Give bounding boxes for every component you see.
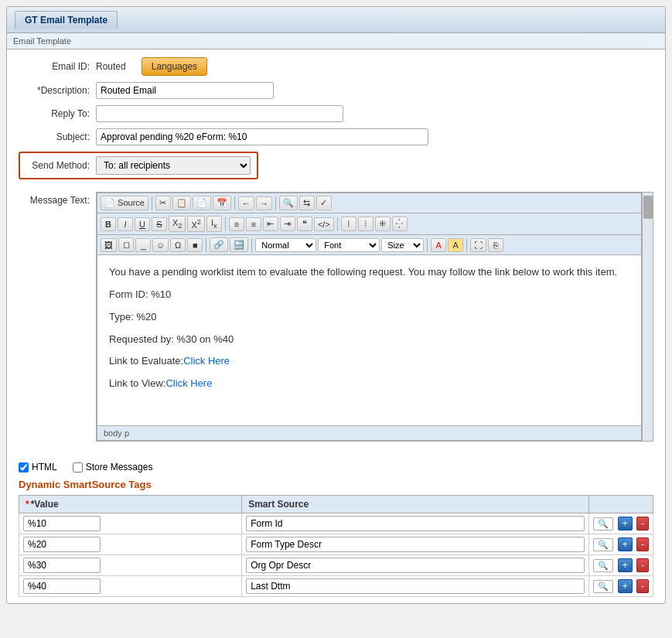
toolbar-row-1: 📄 Source ✂ 📋 📄 📅 ← → 🔍 ⇆ ✓ [97, 193, 641, 213]
search-source-btn-3[interactable]: 🔍 [593, 580, 613, 593]
link-button[interactable]: 🔗 [210, 237, 228, 252]
special-char-button[interactable]: Ω [170, 238, 186, 252]
add-row-btn-2[interactable]: + [618, 558, 633, 572]
search-source-btn-2[interactable]: 🔍 [593, 559, 613, 572]
font-color-button[interactable]: A [431, 238, 446, 252]
source-button[interactable]: 📄 Source [101, 196, 148, 210]
unlink-button[interactable]: 🔙 [230, 237, 248, 252]
subject-input[interactable] [96, 128, 428, 145]
remove-row-btn-0[interactable]: - [636, 517, 649, 531]
subject-label: Subject: [19, 131, 96, 142]
redo-btn[interactable]: → [256, 196, 272, 210]
table-row: 🔍 + - [19, 513, 653, 534]
evaluate-link[interactable]: Click Here [183, 355, 230, 367]
search-source-btn-0[interactable]: 🔍 [593, 517, 613, 531]
store-messages-label: Store Messages [86, 462, 153, 473]
header-tab-label: Email Template [13, 36, 71, 46]
store-messages-checkbox-label[interactable]: Store Messages [73, 462, 153, 473]
paste-text-btn[interactable]: 📅 [213, 196, 231, 210]
add-row-btn-1[interactable]: + [618, 537, 633, 551]
search-source-btn-1[interactable]: 🔍 [593, 538, 613, 551]
add-row-btn-3[interactable]: + [618, 579, 633, 593]
align-right-button[interactable]: ⁜ [375, 217, 391, 231]
clear-format-button[interactable]: Ix [206, 216, 222, 232]
html-checkbox-label[interactable]: HTML [19, 462, 57, 473]
source-input-0[interactable] [246, 516, 585, 531]
content-paragraph-2: Form ID: %10 [109, 287, 629, 303]
iframe-button[interactable]: ■ [187, 238, 203, 252]
align-left-button[interactable]: ⁞ [341, 217, 356, 231]
show-blocks-button[interactable]: ⎘ [488, 238, 503, 252]
paste-btn[interactable]: 📄 [193, 196, 211, 210]
description-input[interactable] [96, 82, 274, 99]
value-input-0[interactable] [23, 516, 101, 531]
remove-row-btn-3[interactable]: - [636, 579, 649, 593]
smiley-button[interactable]: ☺ [152, 238, 169, 252]
value-input-1[interactable] [23, 537, 101, 552]
email-id-value: Routed [96, 61, 126, 72]
superscript-button[interactable]: X2 [187, 216, 204, 232]
align-justify-button[interactable]: ⁛ [392, 217, 408, 231]
main-window: GT Email Template Email Template Email I… [6, 6, 666, 604]
message-text-row: Message Text: 📄 Source ✂ 📋 📄 📅 [19, 192, 653, 442]
blockquote-button[interactable]: ❝ [297, 217, 312, 231]
editor-content-area[interactable]: You have a pending worklist item to eval… [97, 255, 641, 425]
indent-button[interactable]: ⇥ [280, 217, 295, 231]
underline-button[interactable]: U [135, 217, 150, 231]
size-select[interactable]: Size Small Large [381, 238, 424, 252]
window-title: GT Email Template [15, 11, 118, 29]
source-input-1[interactable] [246, 537, 585, 552]
outdent-button[interactable]: ⇤ [263, 217, 278, 231]
view-link[interactable]: Click Here [165, 377, 212, 389]
editor-footer-text: body p [104, 428, 129, 438]
spellcheck-btn[interactable]: ✓ [316, 196, 332, 210]
editor-footer: body p [97, 425, 641, 440]
sep-5 [337, 217, 338, 231]
code-button[interactable]: </> [314, 217, 334, 231]
copy-btn[interactable]: 📋 [172, 196, 191, 210]
bold-button[interactable]: B [101, 217, 116, 231]
value-input-3[interactable] [23, 578, 101, 594]
form-area: Email ID: Routed Languages *Description:… [7, 49, 665, 455]
search-btn[interactable]: 🔍 [279, 196, 298, 210]
scrollbar-thumb[interactable] [643, 196, 653, 219]
table-row: 🔍 + - [19, 576, 653, 597]
highlight-button[interactable]: A [448, 238, 463, 252]
subscript-button[interactable]: X2 [169, 216, 186, 232]
reply-to-row: Reply To: [19, 105, 653, 122]
link-to-view-label: Link to View: [109, 377, 165, 389]
undo-btn[interactable]: ← [238, 196, 254, 210]
cut-btn[interactable]: ✂ [155, 196, 171, 210]
source-input-2[interactable] [246, 558, 585, 573]
table-button[interactable]: ◻ [118, 237, 134, 252]
send-method-label: Send Method: [26, 160, 96, 171]
source-input-3[interactable] [246, 578, 585, 594]
paragraph-style-select[interactable]: Normal Heading 1 Heading 2 [255, 238, 316, 252]
align-center-button[interactable]: ⁝ [358, 217, 374, 231]
add-row-btn-0[interactable]: + [618, 517, 633, 531]
dynamic-rows-body: 🔍 + - 🔍 + - 🔍 + - 🔍 [19, 513, 653, 597]
sep-8 [427, 238, 428, 252]
maximize-button[interactable]: ⛶ [470, 238, 486, 252]
remove-row-btn-1[interactable]: - [636, 537, 649, 551]
ul-button[interactable]: ≡ [246, 217, 261, 231]
email-id-label: Email ID: [19, 61, 96, 72]
ol-button[interactable]: ≡ [229, 217, 244, 231]
strikethrough-button[interactable]: S [152, 217, 167, 231]
store-messages-checkbox[interactable] [73, 462, 83, 473]
replace-btn[interactable]: ⇆ [299, 196, 315, 210]
hr-button[interactable]: ⎯ [135, 238, 151, 252]
send-method-select[interactable]: To: all recipients CC: all recipients BC… [96, 156, 251, 175]
reply-to-input[interactable] [96, 105, 343, 122]
image-button[interactable]: 🖼 [101, 238, 117, 252]
sep-3 [275, 196, 276, 210]
languages-button[interactable]: Languages [142, 57, 207, 76]
italic-button[interactable]: I [118, 217, 133, 231]
sep-4 [225, 217, 226, 231]
scrollbar-track[interactable] [642, 193, 653, 441]
remove-row-btn-2[interactable]: - [636, 558, 649, 572]
font-select[interactable]: Font Arial [318, 238, 380, 252]
value-input-2[interactable] [23, 558, 101, 573]
html-checkbox[interactable] [19, 462, 29, 473]
link-to-evaluate-label: Link to Evaluate: [109, 355, 183, 367]
